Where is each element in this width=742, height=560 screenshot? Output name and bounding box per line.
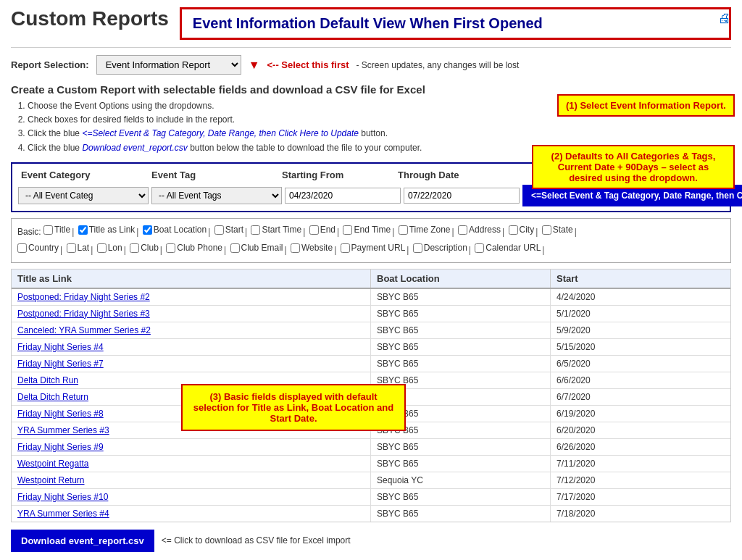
instruction-3-link: <=Select Event & Tag Category, Date Rang… <box>82 128 359 138</box>
row-title-13[interactable]: Friday Night Series #10 <box>12 489 371 505</box>
event-category-select[interactable]: -- All Event Categ Category 1 <box>18 187 149 204</box>
row-title-1[interactable]: Postponed: Friday Night Series #2 <box>12 289 371 305</box>
row-title-2[interactable]: Postponed: Friday Night Series #3 <box>12 306 371 322</box>
custom-reports-title: Custom Reports <box>11 7 169 30</box>
field-state[interactable]: State <box>542 222 573 238</box>
field-title[interactable]: Title <box>43 222 70 238</box>
table-row: Friday Night Series #4 SBYC B65 5/15/202… <box>12 339 730 356</box>
annotation-2: (2) Defaults to All Categories & Tags, C… <box>532 145 735 189</box>
field-title-as-link[interactable]: Title as Link <box>78 222 136 238</box>
row-start-8: 6/19/2020 <box>551 406 730 422</box>
field-start-time-checkbox[interactable] <box>251 225 260 235</box>
table-row: Westpoint Return Sequoia YC 7/12/2020 <box>12 472 730 489</box>
row-boat-14: SBYC B65 <box>371 506 551 522</box>
row-title-14[interactable]: YRA Summer Series #4 <box>12 506 371 522</box>
download-section: Download event_report.csv <= Click to do… <box>11 530 731 552</box>
select-first-note: - Screen updates, any changes will be lo… <box>357 60 520 70</box>
row-start-2: 5/1/2020 <box>551 306 730 322</box>
main-banner: Event Information Default View When Firs… <box>180 7 731 40</box>
download-button[interactable]: Download event_report.csv <box>11 530 154 552</box>
event-tag-select[interactable]: -- All Event Tags Tag 1 <box>151 187 282 204</box>
annotation-3: (3) Basic fields displayed with default … <box>181 384 406 431</box>
filter-header-category: Event Category <box>18 168 149 182</box>
row-start-1: 4/24/2020 <box>551 289 730 305</box>
filter-header-starting: Starting From <box>279 168 395 182</box>
field-address[interactable]: Address <box>458 222 501 238</box>
table-row: Postponed: Friday Night Series #2 SBYC B… <box>12 289 730 306</box>
row-boat-13: SBYC B65 <box>371 489 551 505</box>
report-selection-row: Report Selection: Event Information Repo… <box>11 47 731 75</box>
field-country-checkbox[interactable] <box>17 243 27 253</box>
field-city-checkbox[interactable] <box>509 225 518 235</box>
field-end-time-checkbox[interactable] <box>343 225 352 235</box>
field-country[interactable]: Country <box>17 241 59 256</box>
field-lat[interactable]: Lat <box>67 241 90 256</box>
row-title-12[interactable]: Westpoint Return <box>12 472 371 488</box>
field-start-time[interactable]: Start Time <box>251 222 301 238</box>
field-calendar-url[interactable]: Calendar URL <box>475 241 541 256</box>
report-selection-dropdown[interactable]: Event Information Report Another Report <box>96 55 241 75</box>
row-boat-2: SBYC B65 <box>371 306 551 322</box>
field-club-email-checkbox[interactable] <box>230 243 240 253</box>
select-first-text: <-- Select this first <box>267 59 349 70</box>
row-title-11[interactable]: Westpoint Regatta <box>12 456 371 472</box>
field-start[interactable]: Start <box>214 222 243 238</box>
through-date-input[interactable] <box>404 188 520 204</box>
row-boat-4: SBYC B65 <box>371 339 551 355</box>
field-lat-checkbox[interactable] <box>67 243 76 253</box>
field-end-checkbox[interactable] <box>309 225 319 235</box>
field-description[interactable]: Description <box>413 241 467 256</box>
row-start-13: 7/17/2020 <box>551 489 730 505</box>
starting-from-input[interactable] <box>285 188 401 204</box>
row-start-12: 7/12/2020 <box>551 472 730 488</box>
row-start-7: 6/7/2020 <box>551 389 730 405</box>
field-title-as-link-checkbox[interactable] <box>78 225 88 235</box>
report-selection-label: Report Selection: <box>11 59 89 70</box>
field-time-zone-checkbox[interactable] <box>399 225 408 235</box>
th-boat-location: Boat Location <box>371 269 551 288</box>
field-club-phone-checkbox[interactable] <box>166 243 175 253</box>
field-lon[interactable]: Lon <box>97 241 122 256</box>
row-start-10: 6/26/2020 <box>551 439 730 455</box>
row-title-5[interactable]: Friday Night Series #7 <box>12 356 371 372</box>
row-start-6: 6/6/2020 <box>551 372 730 388</box>
field-time-zone[interactable]: Time Zone <box>399 222 451 238</box>
basic-label: Basic: <box>17 227 41 237</box>
field-title-checkbox[interactable] <box>43 225 53 235</box>
field-club-email[interactable]: Club Email <box>230 241 283 256</box>
field-website-checkbox[interactable] <box>291 243 300 253</box>
instruction-4-link: Download event_report.csv <box>82 143 187 153</box>
field-website[interactable]: Website <box>291 241 333 256</box>
field-description-checkbox[interactable] <box>413 243 422 253</box>
field-state-checkbox[interactable] <box>542 225 551 235</box>
field-club-phone[interactable]: Club Phone <box>166 241 222 256</box>
field-payment-url[interactable]: Payment URL <box>341 241 406 256</box>
filter-header-tag: Event Tag <box>149 168 279 182</box>
field-lon-checkbox[interactable] <box>97 243 107 253</box>
table-row: Postponed: Friday Night Series #3 SBYC B… <box>12 306 730 322</box>
row-title-4[interactable]: Friday Night Series #4 <box>12 339 371 355</box>
row-boat-11: SBYC B65 <box>371 456 551 472</box>
row-boat-12: Sequoia YC <box>371 472 551 488</box>
field-boat-location-checkbox[interactable] <box>143 225 152 235</box>
row-boat-1: SBYC B65 <box>371 289 551 305</box>
row-start-9: 6/20/2020 <box>551 422 730 438</box>
row-title-10[interactable]: Friday Night Series #9 <box>12 439 371 455</box>
table-row: Canceled: YRA Summer Series #2 SBYC B65 … <box>12 322 730 339</box>
field-address-checkbox[interactable] <box>458 225 467 235</box>
field-city[interactable]: City <box>509 222 535 238</box>
table-row: Friday Night Series #7 SBYC B65 6/5/2020 <box>12 356 730 372</box>
field-end[interactable]: End <box>309 222 335 238</box>
print-icon[interactable]: 🖨 <box>718 11 731 26</box>
field-end-time[interactable]: End Time <box>343 222 391 238</box>
th-start: Start <box>551 269 730 288</box>
row-start-11: 7/11/2020 <box>551 456 730 472</box>
annotation-1: (1) Select Event Information Report. <box>557 94 735 117</box>
field-payment-url-checkbox[interactable] <box>341 243 350 253</box>
field-boat-location[interactable]: Boat Location <box>143 222 207 238</box>
field-club[interactable]: Club <box>130 241 159 256</box>
field-club-checkbox[interactable] <box>130 243 139 253</box>
field-start-checkbox[interactable] <box>214 225 224 235</box>
field-calendar-url-checkbox[interactable] <box>475 243 484 253</box>
row-title-3[interactable]: Canceled: YRA Summer Series #2 <box>12 322 371 338</box>
